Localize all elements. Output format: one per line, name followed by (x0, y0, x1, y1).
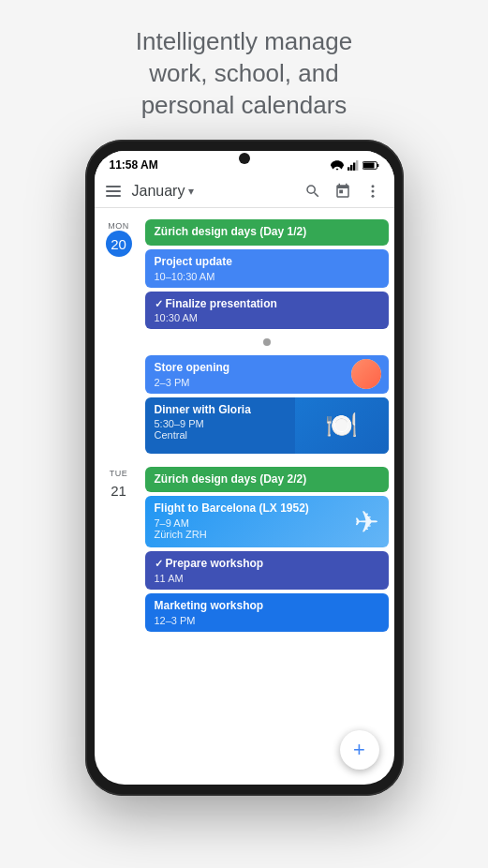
event-marketing-title: Marketing workshop (155, 599, 379, 614)
svg-rect-6 (362, 162, 374, 168)
event-marketing-workshop[interactable]: Marketing workshop 12–3 PM (145, 593, 389, 632)
fab-plus-icon: + (353, 740, 365, 760)
calendar-content: MON 20 Zürich design days (Day 1/2) Proj… (95, 208, 394, 785)
signal-icon (348, 160, 359, 171)
day-label-21: TUE 21 (100, 467, 138, 504)
timeline-dot (263, 338, 271, 346)
calendar-icon (334, 183, 351, 200)
day-number-20: 20 (106, 231, 132, 257)
event-marketing-time: 12–3 PM (155, 615, 379, 626)
svg-rect-1 (350, 165, 352, 171)
toolbar-icons (303, 181, 383, 202)
month-label: January (132, 183, 185, 200)
more-icon (364, 183, 381, 200)
event-flight[interactable]: Flight to Barcelona (LX 1952) 7–9 AM Zür… (145, 496, 389, 547)
event-finalize-title: ✓Finalize presentation (155, 297, 379, 312)
svg-point-9 (371, 195, 374, 198)
toolbar: January ▾ (95, 175, 394, 208)
event-project-update[interactable]: Project update 10–10:30 AM (145, 249, 389, 288)
event-zurich-day1-title: Zürich design days (Day 1/2) (155, 225, 379, 240)
event-zurich-day2[interactable]: Zürich design days (Day 2/2) (145, 467, 389, 493)
event-prepare-workshop[interactable]: ✓Prepare workshop 11 AM (145, 551, 389, 590)
svg-rect-3 (356, 160, 358, 171)
day-label-20: MON 20 (100, 219, 138, 257)
hero-tagline: Intelligently manage work, school, and p… (98, 0, 390, 140)
event-finalize[interactable]: ✓Finalize presentation 10:30 AM (145, 292, 389, 330)
event-store[interactable]: Store opening 2–3 PM (145, 355, 389, 394)
dropdown-arrow-icon: ▾ (188, 185, 194, 198)
event-prepare-time: 11 AM (155, 573, 379, 584)
event-finalize-time: 10:30 AM (155, 312, 379, 323)
events-tuesday: Zürich design days (Day 2/2) Flight to B… (145, 467, 389, 632)
day-number-21: 21 (106, 478, 132, 504)
phone-screen: 11:58 AM (95, 151, 394, 785)
search-icon (304, 183, 321, 200)
svg-point-8 (371, 190, 374, 193)
calendar-view-button[interactable] (333, 181, 353, 202)
event-store-title: Store opening (155, 361, 342, 376)
event-dinner-time: 5:30–9 PM (155, 418, 304, 429)
hero-line1: Intelligently manage (136, 27, 352, 55)
event-project-title: Project update (155, 255, 379, 270)
toolbar-title[interactable]: January ▾ (132, 183, 291, 200)
menu-button[interactable] (106, 186, 121, 197)
airplane-icon: ✈ (354, 504, 379, 540)
camera-notch (239, 153, 250, 164)
check-icon-workshop: ✓ (155, 558, 163, 569)
dinner-image: 🍽️ (295, 397, 389, 454)
status-time: 11:58 AM (110, 158, 158, 172)
event-dinner[interactable]: Dinner with Gloria 5:30–9 PM Central 🍽️ (145, 397, 389, 454)
avatar-image (351, 359, 381, 389)
event-store-time: 2–3 PM (155, 377, 342, 388)
phone-mockup: 11:58 AM (85, 140, 404, 796)
event-prepare-title: ✓Prepare workshop (155, 557, 379, 572)
svg-rect-2 (353, 162, 355, 170)
event-project-time: 10–10:30 AM (155, 271, 379, 282)
day-row-tuesday: TUE 21 Zürich design days (Day 2/2) Flig… (95, 463, 394, 636)
event-dinner-title: Dinner with Gloria (155, 403, 304, 418)
hero-line3: personal calendars (141, 91, 348, 119)
event-zurich-day1[interactable]: Zürich design days (Day 1/2) (145, 219, 389, 246)
status-icons (331, 160, 379, 171)
wifi-icon (331, 160, 344, 171)
day-name-tue: TUE (110, 469, 128, 478)
event-zurich-day2-title: Zürich design days (Day 2/2) (155, 472, 379, 487)
event-flight-title: Flight to Barcelona (LX 1952) (155, 501, 337, 516)
svg-point-7 (371, 186, 374, 188)
events-monday: Zürich design days (Day 1/2) Project upd… (145, 219, 389, 453)
event-dinner-location: Central (155, 429, 304, 441)
check-icon-finalize: ✓ (155, 298, 163, 309)
battery-icon (362, 160, 379, 171)
hero-line2: work, school, and (149, 59, 338, 87)
day-name-mon: MON (108, 221, 129, 231)
fab-add-button[interactable]: + (340, 730, 379, 770)
day-row-monday: MON 20 Zürich design days (Day 1/2) Proj… (95, 216, 394, 456)
more-options-button[interactable] (362, 181, 383, 202)
search-button[interactable] (303, 181, 323, 202)
event-flight-location: Zürich ZRH (155, 529, 337, 540)
event-flight-time: 7–9 AM (155, 517, 337, 529)
event-avatar (351, 359, 381, 389)
svg-rect-0 (348, 167, 349, 171)
svg-rect-5 (377, 164, 378, 167)
